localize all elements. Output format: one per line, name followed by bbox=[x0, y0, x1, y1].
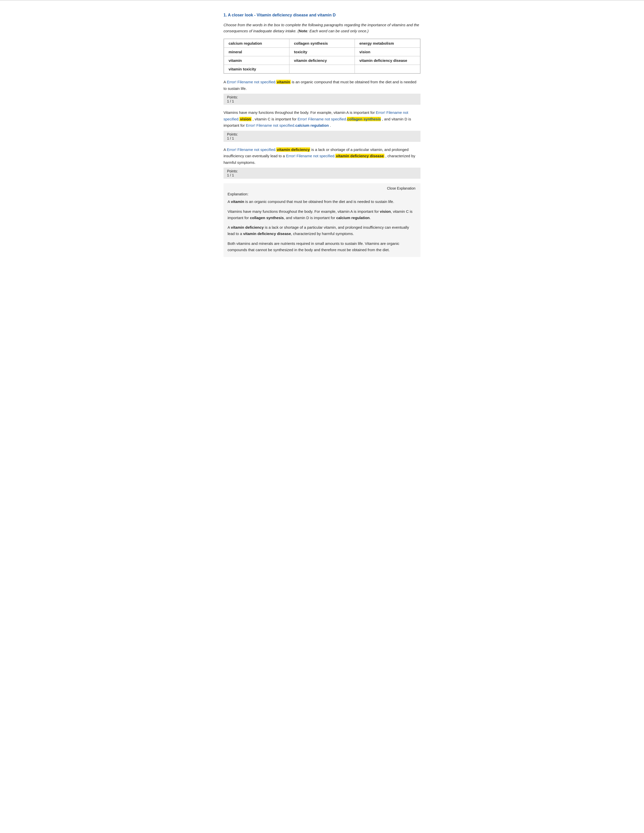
word-box-table: calcium regulation collagen synthesis en… bbox=[224, 39, 420, 74]
para2-error-link3[interactable]: Error! Filename not specified. bbox=[246, 123, 295, 127]
instructions: Choose from the words in the box to comp… bbox=[224, 22, 420, 34]
explanation-label: Explanation: bbox=[227, 192, 417, 196]
explanation-block: Close Explanation Explanation: A vitamin… bbox=[224, 183, 420, 257]
paragraph-1: A Error! Filename not specified.vitamin … bbox=[224, 79, 420, 92]
para2-text-mid1: , vitamin C is important for bbox=[251, 117, 298, 121]
word-box-cell: vitamin toxicity bbox=[224, 65, 290, 74]
word-box-cell bbox=[355, 65, 420, 74]
word-box-cell: toxicity bbox=[290, 48, 355, 56]
explanation-para3: A vitamin deficiency is a lack or shorta… bbox=[227, 224, 417, 237]
para2-answer2: collagen synthesis bbox=[347, 117, 381, 121]
para1-points-value: 1 / 1 bbox=[227, 99, 417, 103]
word-box-cell: vitamin deficiency disease bbox=[355, 56, 420, 65]
word-box-row: vitamin toxicity bbox=[224, 65, 420, 74]
explanation-bold-collagen: collagen synthesis bbox=[250, 215, 283, 220]
para3-error-link2[interactable]: Error! Filename not specified. bbox=[286, 154, 335, 158]
para3-points-value: 1 / 1 bbox=[227, 173, 417, 177]
para2-answer1: vision bbox=[240, 117, 251, 121]
word-box-cell: vitamin deficiency bbox=[290, 56, 355, 65]
para2-points-box: Points: 1 / 1 bbox=[224, 131, 420, 142]
word-box-cell: calcium regulation bbox=[224, 39, 290, 48]
note-text: : Each word can be used only once. bbox=[308, 29, 367, 33]
para2-text-end: . bbox=[329, 123, 331, 127]
para2-points-label: Points: bbox=[227, 132, 417, 136]
para1-answer: vitamin bbox=[276, 80, 291, 84]
section-title: 1. A closer look - Vitamin deficiency di… bbox=[224, 13, 420, 18]
para2-points-value: 1 / 1 bbox=[227, 136, 417, 140]
word-box-cell: mineral bbox=[224, 48, 290, 56]
top-divider bbox=[0, 0, 644, 0]
close-explanation-button[interactable]: Close Explanation bbox=[227, 186, 417, 190]
paragraph-2: Vitamins have many functions throughout … bbox=[224, 109, 420, 129]
explanation-para2: Vitamins have many functions throughout … bbox=[227, 209, 417, 221]
explanation-bold-vit-def: vitamin deficiency bbox=[231, 225, 264, 230]
note-label: Note bbox=[299, 29, 308, 33]
word-box-cell: vision bbox=[355, 48, 420, 56]
para3-text-before: A bbox=[224, 148, 227, 152]
para1-points-label: Points: bbox=[227, 95, 417, 99]
para3-answer2: vitamin deficiency disease bbox=[335, 154, 384, 158]
explanation-bold-vit-def-disease: vitamin deficiency disease bbox=[243, 232, 291, 236]
explanation-bold-vision: vision bbox=[380, 209, 391, 214]
explanation-bold-calcium: calcium regulation bbox=[336, 215, 370, 220]
explanation-para1: A vitamin is an organic compound that mu… bbox=[227, 199, 417, 205]
explanation-para4: Both vitamins and minerals are nutrients… bbox=[227, 241, 417, 253]
para1-error-link[interactable]: Error! Filename not specified. bbox=[227, 80, 276, 84]
word-box-cell: collagen synthesis bbox=[290, 39, 355, 48]
word-box-cell bbox=[290, 65, 355, 74]
word-box-row: mineral toxicity vision bbox=[224, 48, 420, 56]
para1-points-box: Points: 1 / 1 bbox=[224, 94, 420, 105]
para3-points-label: Points: bbox=[227, 169, 417, 173]
para3-answer1: vitamin deficiency bbox=[276, 148, 310, 152]
para2-text-before: Vitamins have many functions throughout … bbox=[224, 110, 376, 114]
para2-answer3: calcium regulation bbox=[295, 123, 329, 127]
page-content: 1. A closer look - Vitamin deficiency di… bbox=[213, 10, 431, 272]
para3-error-link1[interactable]: Error! Filename not specified. bbox=[227, 148, 276, 152]
para2-error-link2[interactable]: Error! Filename not specified. bbox=[298, 117, 347, 121]
paragraph-3: A Error! Filename not specified.vitamin … bbox=[224, 146, 420, 166]
word-box-row: calcium regulation collagen synthesis en… bbox=[224, 39, 420, 48]
para3-points-box: Points: 1 / 1 bbox=[224, 167, 420, 179]
word-box-cell: vitamin bbox=[224, 56, 290, 65]
word-box: calcium regulation collagen synthesis en… bbox=[224, 39, 420, 74]
para1-before: A bbox=[224, 80, 227, 84]
explanation-bold-vitamin: vitamin bbox=[231, 199, 244, 204]
word-box-row: vitamin vitamin deficiency vitamin defic… bbox=[224, 56, 420, 65]
word-box-cell: energy metabolism bbox=[355, 39, 420, 48]
